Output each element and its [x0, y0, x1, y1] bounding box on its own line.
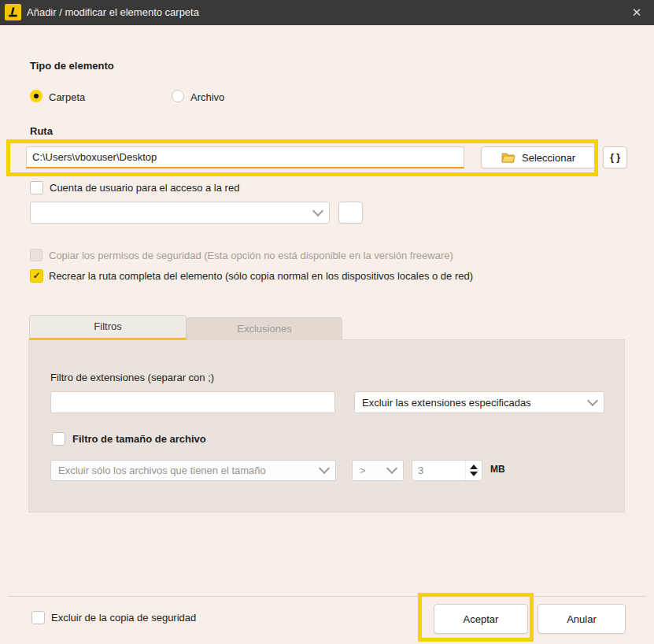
folder-icon	[501, 152, 515, 163]
chevron-down-icon	[312, 205, 323, 216]
window-title: Añadir / modificar el elemento carpeta	[27, 0, 199, 25]
size-value: 3	[412, 464, 465, 476]
path-input[interactable]	[26, 146, 464, 168]
spin-up-icon[interactable]	[470, 464, 478, 469]
add-modify-folder-dialog: Añadir / modificar el elemento carpeta ✕…	[0, 0, 654, 644]
size-value-stepper[interactable]: 3	[412, 460, 482, 481]
network-account-combobox[interactable]	[30, 202, 330, 224]
spinner-arrows-icon[interactable]	[465, 461, 482, 480]
size-unit-label: MB	[490, 464, 505, 475]
chevron-down-icon	[386, 463, 397, 474]
path-label: Ruta	[30, 125, 53, 137]
iperius-logo-icon	[5, 4, 21, 20]
extensions-filter-input[interactable]	[50, 391, 335, 413]
close-icon[interactable]: ✕	[619, 0, 654, 25]
cancel-button[interactable]: Anular	[538, 604, 626, 634]
extensions-mode-combobox[interactable]: Excluir las extensiones especificadas	[354, 391, 604, 413]
extensions-filter-label: Filtro de extensiones (separar con ;)	[50, 372, 214, 383]
browse-button[interactable]: Seleccionar	[481, 146, 596, 168]
titlebar: Añadir / modificar el elemento carpeta ✕	[0, 0, 654, 25]
radio-archivo-label[interactable]: Archivo	[190, 91, 224, 103]
radio-archivo[interactable]	[172, 90, 184, 102]
network-account-label[interactable]: Cuenta de usuario para el acceso a la re…	[50, 182, 239, 194]
tab-exclusiones[interactable]: Exclusiones	[187, 317, 342, 340]
size-filter-checkbox[interactable]	[52, 432, 65, 446]
element-type-heading: Tipo de elemento	[30, 60, 114, 72]
size-mode-combobox: Excluir sólo los archivos que tienen el …	[50, 460, 336, 481]
copy-permissions-checkbox	[30, 249, 42, 261]
filters-panel	[28, 339, 625, 513]
size-filter-label[interactable]: Filtro de tamaño de archivo	[72, 433, 206, 445]
radio-carpeta-label[interactable]: Carpeta	[49, 91, 85, 103]
network-account-side-button[interactable]	[338, 202, 363, 224]
radio-carpeta[interactable]	[30, 90, 42, 102]
exclude-from-backup-label[interactable]: Excluir de la copia de seguridad	[51, 612, 196, 624]
copy-permissions-label: Copiar los permisos de seguridad (Esta o…	[49, 250, 453, 261]
browse-button-label: Seleccionar	[522, 152, 575, 164]
tab-filtros[interactable]: Filtros	[29, 315, 187, 340]
chevron-down-icon	[319, 463, 330, 474]
extensions-mode-value: Excluir las extensiones especificadas	[362, 397, 589, 409]
network-account-checkbox[interactable]	[30, 181, 43, 194]
accept-button[interactable]: Aceptar	[434, 604, 528, 634]
exclude-from-backup-checkbox[interactable]	[31, 611, 45, 624]
chevron-down-icon	[587, 394, 598, 405]
size-operator-value: >	[360, 464, 388, 476]
recreate-path-checkbox[interactable]: ✓	[30, 269, 43, 283]
variables-button[interactable]: { }	[603, 146, 627, 168]
size-mode-value: Excluir sólo los archivos que tienen el …	[58, 464, 320, 476]
recreate-path-label[interactable]: Recrear la ruta completa del elemento (s…	[49, 270, 473, 282]
spin-down-icon[interactable]	[470, 472, 478, 476]
footer-divider	[8, 596, 646, 597]
radio-dot	[34, 94, 39, 98]
size-operator-combobox: >	[352, 460, 404, 481]
